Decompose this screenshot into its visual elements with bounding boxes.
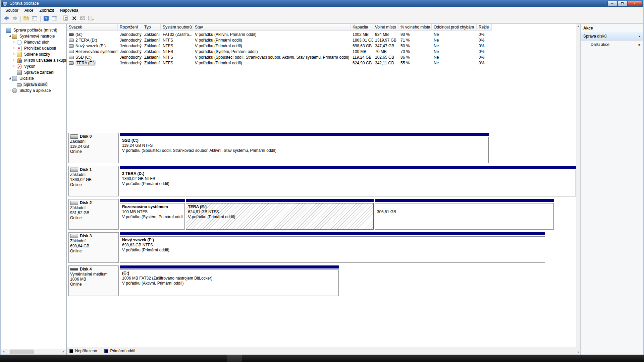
tree-item-mistni-uzivatele-a-skupiny[interactable]: ▷Místní uživatelé a skupiny bbox=[1, 57, 66, 63]
column-header-volne-misto[interactable]: Volné místo bbox=[373, 24, 398, 31]
volume-row-tera-e[interactable]: TERA (E:)JednoduchýZákladníNTFSV pořádku… bbox=[67, 60, 576, 66]
column-header-volneho-mista[interactable]: % volného místa bbox=[398, 24, 432, 31]
collapsed-arrow-icon[interactable]: ▷ bbox=[7, 87, 12, 94]
expanded-arrow-icon[interactable]: ◢ bbox=[7, 33, 12, 39]
partition-tera-e[interactable]: TERA (E:)624,91 GB NTFSV pořádku (Primár… bbox=[186, 199, 374, 230]
devices-icon bbox=[17, 70, 22, 75]
partition-novy-svazek-f[interactable]: Nový svazek (F:)698,63 GB NTFSV pořádku … bbox=[120, 232, 545, 263]
collapsed-arrow-icon[interactable]: ▷ bbox=[12, 45, 17, 51]
partition-type-band bbox=[120, 199, 185, 202]
forward-button[interactable] bbox=[11, 15, 19, 23]
column-header-kapacita[interactable]: Kapacita bbox=[351, 24, 373, 31]
volume-row-g[interactable]: (G:)JednoduchýZákladníFAT32 (Zašifro...V… bbox=[67, 32, 576, 37]
taskbar-button[interactable] bbox=[227, 355, 242, 362]
menu-item-soubor[interactable]: Soubor bbox=[2, 7, 21, 14]
volume-row-novy-svazek-f[interactable]: Nový svazek (F:)JednoduchýZákladníNTFSV … bbox=[67, 43, 576, 49]
partition-ssd-c[interactable]: SSD (C:)119,24 GB NTFSV pořádku (Spouště… bbox=[120, 133, 489, 163]
app-icon bbox=[2, 2, 7, 5]
volume-row-ssd-c[interactable]: SSD (C:)JednoduchýZákladníNTFSV pořádku … bbox=[67, 54, 576, 60]
scroll-down-icon[interactable]: ▼ bbox=[576, 350, 580, 355]
cell-fault_tolerance: Ne bbox=[432, 49, 477, 54]
storage-icon bbox=[12, 76, 17, 81]
tree-item-planovac-uloh[interactable]: ▷Plánovač úloh bbox=[1, 39, 66, 45]
back-button[interactable] bbox=[2, 15, 11, 23]
disk-row-disk-3: Disk 3Základní698,64 GBOnlineNový svazek… bbox=[68, 232, 577, 263]
scrollbar-thumb[interactable] bbox=[10, 350, 34, 354]
tree-item-sluzby-a-aplikace[interactable]: ▷Služby a aplikace bbox=[1, 87, 66, 94]
volume-row-2-tera-d[interactable]: 2 TERA (D:)JednoduchýZákladníNTFSV pořád… bbox=[67, 37, 576, 43]
tree-horizontal-scrollbar[interactable]: ◄ ► bbox=[1, 349, 66, 355]
delete-button[interactable] bbox=[70, 15, 78, 23]
actions-item-more-actions[interactable]: Další akce ▶ bbox=[581, 41, 643, 49]
disk-label-disk-4[interactable]: Disk 4Vyměnitelné médium1006 MBOnline bbox=[68, 265, 119, 296]
cell-status: V pořádku (Primární oddíl) bbox=[193, 38, 351, 43]
volume-row-rezervovano-systemem[interactable]: Rezervováno systémemJednoduchýZákladníNT… bbox=[67, 49, 576, 54]
tree-item-prohlizec-udalosti[interactable]: ▷Prohlížeč událostí bbox=[1, 45, 66, 51]
disk-graphical-view: Disk 0Základní119,24 GBOnlineSSD (C:)119… bbox=[67, 129, 576, 347]
menu-item-napoveda[interactable]: Nápověda bbox=[57, 7, 82, 14]
actions-group-disk-management[interactable]: Správa disků ▲ bbox=[581, 32, 643, 41]
disk-label-disk-0[interactable]: Disk 0Základní119,24 GBOnline bbox=[68, 133, 119, 163]
actions-header: Akce bbox=[581, 24, 643, 32]
collapse-icon[interactable]: ▲ bbox=[638, 35, 641, 38]
cell-name: Nový svazek (F:) bbox=[67, 44, 118, 48]
menu-item-akce[interactable]: Akce bbox=[21, 7, 37, 14]
title-bar[interactable]: Správa počítače – × bbox=[1, 0, 643, 7]
tree-item-sprava-disku[interactable]: Správa disků bbox=[1, 81, 66, 87]
toolbar-separator bbox=[60, 16, 60, 22]
disk-size: 931,52 GB bbox=[70, 210, 117, 216]
properties-button[interactable] bbox=[78, 15, 87, 23]
collapsed-arrow-icon[interactable]: ▷ bbox=[12, 39, 17, 45]
collapsed-arrow-icon[interactable]: ▷ bbox=[12, 63, 17, 69]
cell-status: V pořádku (Spouštěcí oddíl, Stránkovací … bbox=[193, 55, 351, 60]
partition-2-tera-d[interactable]: 2 TERA (D:)1863,02 GB NTFSV pořádku (Pri… bbox=[120, 166, 576, 196]
cell-fs: NTFS bbox=[161, 49, 193, 54]
partition-306-51-gb[interactable]: 306,51 GB bbox=[375, 199, 554, 230]
close-button[interactable]: × bbox=[628, 1, 642, 6]
restore-button[interactable] bbox=[618, 1, 627, 6]
partition-name: TERA (E:) bbox=[188, 204, 371, 209]
minimize-button[interactable]: – bbox=[607, 1, 617, 6]
scroll-up-icon[interactable]: ▲ bbox=[576, 24, 580, 28]
column-header-odolnost-proti-chybam[interactable]: Odolnost proti chybám bbox=[432, 24, 477, 31]
cell-fault_tolerance: Ne bbox=[432, 44, 477, 48]
vertical-scrollbar[interactable]: ▲ ▼ bbox=[576, 24, 580, 355]
legend-unallocated: Nepřiřazeno bbox=[69, 349, 97, 353]
column-header-svazek[interactable]: Svazek bbox=[67, 24, 118, 31]
disk-type: Základní bbox=[70, 139, 117, 144]
cell-overhead: 0% bbox=[477, 61, 492, 65]
taskbar[interactable] bbox=[0, 355, 644, 362]
restore-icon bbox=[621, 2, 624, 4]
export-list-button[interactable] bbox=[87, 15, 95, 23]
column-header-system-souboru[interactable]: Systém souborů bbox=[161, 24, 193, 31]
partition-box: Nový svazek (F:)698,63 GB NTFSV pořádku … bbox=[120, 236, 545, 263]
collapsed-arrow-icon[interactable]: ▷ bbox=[12, 51, 17, 57]
help-button[interactable]: ? bbox=[42, 15, 50, 23]
column-header-typ[interactable]: Typ bbox=[142, 24, 161, 31]
scroll-right-icon[interactable]: ► bbox=[61, 349, 66, 355]
collapsed-arrow-icon[interactable]: ▷ bbox=[12, 57, 17, 63]
disk-label-disk-1[interactable]: Disk 1Základní1863,02 GBOnline bbox=[68, 166, 119, 196]
column-header-rozvrzeni[interactable]: Rozvržení bbox=[118, 24, 142, 31]
disk-label-disk-3[interactable]: Disk 3Základní698,64 GBOnline bbox=[68, 232, 119, 263]
menu-item-zobrazit[interactable]: Zobrazit bbox=[36, 7, 57, 14]
action-pane-button[interactable] bbox=[50, 15, 59, 23]
tree-item-systemove-nastroje[interactable]: ◢Systémové nástroje bbox=[1, 33, 66, 39]
column-header-rezie[interactable]: Režie bbox=[477, 24, 492, 31]
tree-item-uloziste[interactable]: ◢Úložiště bbox=[1, 75, 66, 81]
console-tree-button[interactable] bbox=[31, 15, 39, 23]
expanded-arrow-icon[interactable]: ◢ bbox=[7, 75, 12, 81]
tree-item-sprava-pocitace-mistni[interactable]: Správa počítače (místní) bbox=[1, 27, 66, 33]
column-header-stav[interactable]: Stav bbox=[193, 24, 351, 31]
refresh-button[interactable] bbox=[62, 15, 70, 23]
tree-item-sdilene-slozky[interactable]: ▷Sdílené složky bbox=[1, 51, 66, 57]
partition-g[interactable]: (G:)1006 MB FAT32 (Zašifrováno nástrojem… bbox=[120, 265, 339, 296]
tree-item-spravce-zarizeni[interactable]: Správce zařízení bbox=[1, 69, 66, 75]
svg-text:?: ? bbox=[45, 16, 47, 20]
up-level-button[interactable] bbox=[22, 15, 31, 23]
scroll-left-icon[interactable]: ◄ bbox=[1, 349, 6, 355]
partition-info: 1006 MB FAT32 (Zašifrováno nástrojem Bit… bbox=[122, 276, 336, 281]
tree-item-vykon[interactable]: ▷Výkon bbox=[1, 63, 66, 69]
partition-rezervovano-systemem[interactable]: Rezervováno systémem100 MB NTFSV pořádku… bbox=[120, 199, 185, 230]
disk-label-disk-2[interactable]: Disk 2Základní931,52 GBOnline bbox=[68, 199, 119, 230]
